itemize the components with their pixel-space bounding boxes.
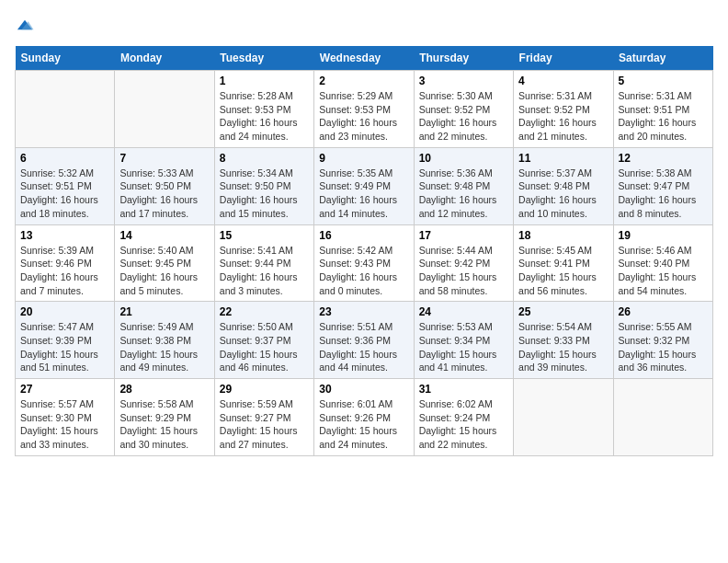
day-number: 18 [518, 229, 608, 242]
calendar-cell [115, 71, 214, 148]
calendar-cell: 24Sunrise: 5:53 AMSunset: 9:34 PMDayligh… [414, 302, 513, 379]
cell-info: Sunrise: 5:38 AMSunset: 9:47 PMDaylight:… [619, 167, 708, 221]
calendar-cell: 19Sunrise: 5:46 AMSunset: 9:40 PMDayligh… [613, 224, 712, 302]
cell-info: Sunrise: 5:29 AMSunset: 9:53 PMDaylight:… [319, 89, 408, 144]
cell-info: Sunrise: 5:31 AMSunset: 9:51 PMDaylight:… [619, 89, 708, 144]
day-number: 13 [20, 229, 109, 242]
cell-info: Sunrise: 5:31 AMSunset: 9:52 PMDaylight:… [518, 89, 608, 144]
cell-info: Sunrise: 5:40 AMSunset: 9:45 PMDaylight:… [119, 244, 209, 298]
day-header-wednesday: Wednesday [314, 46, 414, 71]
day-number: 1 [220, 75, 309, 87]
calendar-cell: 23Sunrise: 5:51 AMSunset: 9:36 PMDayligh… [314, 302, 414, 379]
cell-info: Sunrise: 5:53 AMSunset: 9:34 PMDaylight:… [419, 320, 508, 374]
calendar-table: SundayMondayTuesdayWednesdayThursdayFrid… [15, 46, 713, 456]
day-number: 31 [419, 383, 508, 396]
day-number: 12 [619, 152, 708, 165]
day-number: 9 [319, 152, 408, 165]
cell-info: Sunrise: 5:44 AMSunset: 9:42 PMDaylight:… [419, 244, 508, 298]
calendar-cell [16, 71, 115, 148]
day-number: 15 [220, 229, 309, 242]
calendar-cell: 30Sunrise: 6:01 AMSunset: 9:26 PMDayligh… [314, 379, 414, 456]
cell-info: Sunrise: 5:49 AMSunset: 9:38 PMDaylight:… [119, 320, 209, 374]
cell-info: Sunrise: 5:33 AMSunset: 9:50 PMDaylight:… [119, 167, 209, 221]
cell-info: Sunrise: 5:54 AMSunset: 9:33 PMDaylight:… [518, 320, 608, 374]
calendar-cell: 1Sunrise: 5:28 AMSunset: 9:53 PMDaylight… [214, 71, 313, 148]
day-number: 14 [119, 229, 209, 242]
calendar-week-row: 6Sunrise: 5:32 AMSunset: 9:51 PMDaylight… [16, 147, 713, 224]
cell-info: Sunrise: 5:34 AMSunset: 9:50 PMDaylight:… [220, 167, 309, 221]
header [15, 15, 713, 35]
cell-info: Sunrise: 5:45 AMSunset: 9:41 PMDaylight:… [518, 244, 608, 298]
calendar-cell: 4Sunrise: 5:31 AMSunset: 9:52 PMDaylight… [514, 71, 613, 148]
calendar-cell: 21Sunrise: 5:49 AMSunset: 9:38 PMDayligh… [115, 302, 214, 379]
calendar-week-row: 27Sunrise: 5:57 AMSunset: 9:30 PMDayligh… [16, 379, 713, 456]
calendar-cell: 11Sunrise: 5:37 AMSunset: 9:48 PMDayligh… [514, 147, 613, 224]
calendar-cell: 28Sunrise: 5:58 AMSunset: 9:29 PMDayligh… [115, 379, 214, 456]
day-number: 19 [619, 229, 708, 242]
calendar-week-row: 13Sunrise: 5:39 AMSunset: 9:46 PMDayligh… [16, 224, 713, 302]
calendar-cell: 10Sunrise: 5:36 AMSunset: 9:48 PMDayligh… [414, 147, 513, 224]
calendar-cell: 9Sunrise: 5:35 AMSunset: 9:49 PMDaylight… [314, 147, 414, 224]
day-number: 29 [220, 383, 309, 396]
cell-info: Sunrise: 5:32 AMSunset: 9:51 PMDaylight:… [20, 167, 109, 221]
calendar-cell: 18Sunrise: 5:45 AMSunset: 9:41 PMDayligh… [514, 224, 613, 302]
cell-info: Sunrise: 6:02 AMSunset: 9:24 PMDaylight:… [419, 397, 508, 452]
day-number: 2 [319, 75, 408, 87]
calendar-cell: 27Sunrise: 5:57 AMSunset: 9:30 PMDayligh… [16, 379, 115, 456]
calendar-cell: 14Sunrise: 5:40 AMSunset: 9:45 PMDayligh… [115, 224, 214, 302]
logo [15, 15, 39, 35]
day-number: 21 [119, 305, 209, 318]
day-number: 4 [518, 75, 608, 87]
day-number: 11 [518, 152, 608, 165]
calendar-cell: 20Sunrise: 5:47 AMSunset: 9:39 PMDayligh… [16, 302, 115, 379]
day-number: 30 [319, 383, 408, 396]
cell-info: Sunrise: 5:39 AMSunset: 9:46 PMDaylight:… [20, 244, 109, 298]
day-number: 22 [220, 305, 309, 318]
cell-info: Sunrise: 5:36 AMSunset: 9:48 PMDaylight:… [419, 167, 508, 221]
calendar-cell [613, 379, 712, 456]
calendar-cell: 16Sunrise: 5:42 AMSunset: 9:43 PMDayligh… [314, 224, 414, 302]
day-number: 6 [20, 152, 109, 165]
calendar-week-row: 20Sunrise: 5:47 AMSunset: 9:39 PMDayligh… [16, 302, 713, 379]
calendar-week-row: 1Sunrise: 5:28 AMSunset: 9:53 PMDaylight… [16, 71, 713, 148]
calendar-cell: 31Sunrise: 6:02 AMSunset: 9:24 PMDayligh… [414, 379, 513, 456]
day-number: 10 [419, 152, 508, 165]
day-number: 16 [319, 229, 408, 242]
calendar-cell: 2Sunrise: 5:29 AMSunset: 9:53 PMDaylight… [314, 71, 414, 148]
cell-info: Sunrise: 5:28 AMSunset: 9:53 PMDaylight:… [220, 89, 309, 144]
cell-info: Sunrise: 5:46 AMSunset: 9:40 PMDaylight:… [619, 244, 708, 298]
day-number: 23 [319, 305, 408, 318]
day-number: 20 [20, 305, 109, 318]
calendar-cell: 12Sunrise: 5:38 AMSunset: 9:47 PMDayligh… [613, 147, 712, 224]
day-number: 17 [419, 229, 508, 242]
cell-info: Sunrise: 5:57 AMSunset: 9:30 PMDaylight:… [20, 397, 109, 452]
day-number: 7 [119, 152, 209, 165]
day-number: 24 [419, 305, 508, 318]
cell-info: Sunrise: 5:50 AMSunset: 9:37 PMDaylight:… [220, 320, 309, 374]
calendar-cell: 29Sunrise: 5:59 AMSunset: 9:27 PMDayligh… [214, 379, 313, 456]
day-header-monday: Monday [115, 46, 214, 71]
calendar-cell: 17Sunrise: 5:44 AMSunset: 9:42 PMDayligh… [414, 224, 513, 302]
calendar-cell: 3Sunrise: 5:30 AMSunset: 9:52 PMDaylight… [414, 71, 513, 148]
cell-info: Sunrise: 5:55 AMSunset: 9:32 PMDaylight:… [619, 320, 708, 374]
calendar-cell: 22Sunrise: 5:50 AMSunset: 9:37 PMDayligh… [214, 302, 313, 379]
day-header-thursday: Thursday [414, 46, 513, 71]
day-header-sunday: Sunday [16, 46, 115, 71]
calendar-cell: 6Sunrise: 5:32 AMSunset: 9:51 PMDaylight… [16, 147, 115, 224]
cell-info: Sunrise: 6:01 AMSunset: 9:26 PMDaylight:… [319, 397, 408, 452]
day-header-friday: Friday [514, 46, 613, 71]
day-header-saturday: Saturday [613, 46, 712, 71]
cell-info: Sunrise: 5:41 AMSunset: 9:44 PMDaylight:… [220, 244, 309, 298]
calendar-cell: 7Sunrise: 5:33 AMSunset: 9:50 PMDaylight… [115, 147, 214, 224]
day-number: 8 [220, 152, 309, 165]
day-number: 3 [419, 75, 508, 87]
calendar-cell: 5Sunrise: 5:31 AMSunset: 9:51 PMDaylight… [613, 71, 712, 148]
day-number: 25 [518, 305, 608, 318]
logo-icon [15, 15, 35, 35]
cell-info: Sunrise: 5:47 AMSunset: 9:39 PMDaylight:… [20, 320, 109, 374]
cell-info: Sunrise: 5:37 AMSunset: 9:48 PMDaylight:… [518, 167, 608, 221]
cell-info: Sunrise: 5:58 AMSunset: 9:29 PMDaylight:… [119, 397, 209, 452]
day-number: 28 [119, 383, 209, 396]
cell-info: Sunrise: 5:35 AMSunset: 9:49 PMDaylight:… [319, 167, 408, 221]
calendar-cell [514, 379, 613, 456]
